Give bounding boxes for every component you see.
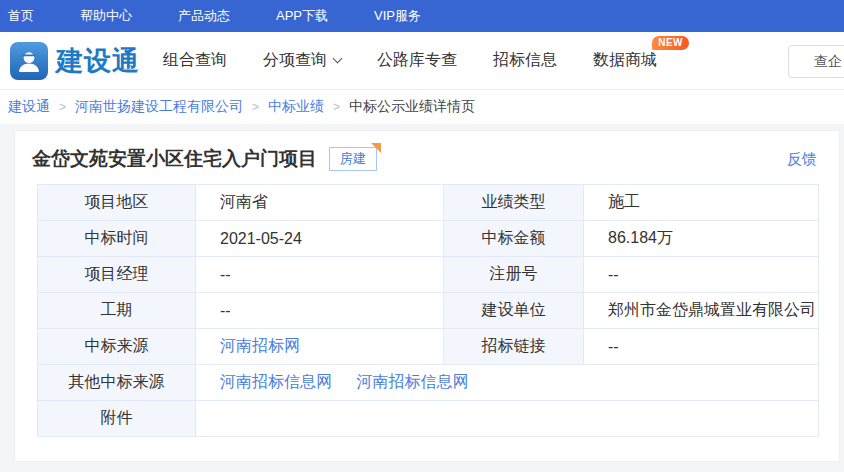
nav-data-mall-label: 数据商城: [593, 50, 657, 71]
other-source-link[interactable]: 河南招标信息网: [220, 373, 332, 390]
nav-bidding-info-label: 招标信息: [493, 50, 557, 71]
breadcrumb-separator: >: [252, 100, 259, 114]
top-utility-bar: 首页 帮助中心 产品动态 APP下载 VIP服务: [0, 0, 844, 32]
page-background: 金岱文苑安置小区住宅入户门项目 房建 反馈 项目地区 河南省 业绩类型 施工 中…: [0, 124, 844, 472]
breadcrumb: 建设通 > 河南世扬建设工程有限公司 > 中标业绩 > 中标公示业绩详情页: [0, 90, 844, 124]
field-label-attachment: 附件: [38, 401, 196, 437]
field-value-win-date: 2021-05-24: [196, 221, 444, 257]
category-tag: 房建: [329, 147, 377, 171]
table-row: 工期 -- 建设单位 郑州市金岱鼎城置业有限公司: [38, 293, 819, 329]
new-badge: NEW: [652, 36, 689, 50]
nav-highway-library[interactable]: 公路库专查: [377, 50, 457, 71]
project-info-table: 项目地区 河南省 业绩类型 施工 中标时间 2021-05-24 中标金额 86…: [37, 184, 819, 437]
breadcrumb-separator: >: [59, 100, 66, 114]
tag-corner-fold-icon: [371, 143, 381, 153]
breadcrumb-separator: >: [333, 100, 340, 114]
table-row: 其他中标来源 河南招标信息网 河南招标信息网: [38, 365, 819, 401]
feedback-link[interactable]: 反馈: [787, 150, 817, 169]
table-row: 中标来源 河南招标网 招标链接 --: [38, 329, 819, 365]
breadcrumb-current-page: 中标公示业绩详情页: [349, 98, 475, 116]
nav-highway-library-label: 公路库专查: [377, 50, 457, 71]
field-label-registration-no: 注册号: [444, 257, 584, 293]
brand-logo[interactable]: 建设通: [10, 42, 140, 80]
field-value-other-sources: 河南招标信息网 河南招标信息网: [196, 365, 819, 401]
table-row: 中标时间 2021-05-24 中标金额 86.184万: [38, 221, 819, 257]
nav-bidding-info[interactable]: 招标信息: [493, 50, 557, 71]
main-header: 建设通 组合查询 分项查询 公路库专查 招标信息 数据商城 NEW 查企: [0, 32, 844, 90]
topbar-item-home[interactable]: 首页: [8, 7, 34, 25]
nav-combo-query-label: 组合查询: [163, 50, 227, 71]
field-value-win-amount: 86.184万: [584, 221, 819, 257]
builder-icon: [10, 42, 48, 80]
brand-name: 建设通: [56, 43, 140, 79]
field-label-bid-link: 招标链接: [444, 329, 584, 365]
field-value-bid-link: --: [584, 329, 819, 365]
field-value-region: 河南省: [196, 185, 444, 221]
breadcrumb-win-record[interactable]: 中标业绩: [268, 98, 324, 116]
chevron-down-icon: [333, 54, 343, 64]
topbar-item-help-center[interactable]: 帮助中心: [80, 7, 132, 25]
win-source-link[interactable]: 河南招标网: [220, 337, 300, 354]
table-row: 项目地区 河南省 业绩类型 施工: [38, 185, 819, 221]
category-tag-label: 房建: [340, 151, 366, 166]
breadcrumb-home[interactable]: 建设通: [8, 98, 50, 116]
field-label-record-type: 业绩类型: [444, 185, 584, 221]
field-label-win-amount: 中标金额: [444, 221, 584, 257]
field-value-duration: --: [196, 293, 444, 329]
field-label-other-sources: 其他中标来源: [38, 365, 196, 401]
detail-card: 金岱文苑安置小区住宅入户门项目 房建 反馈 项目地区 河南省 业绩类型 施工 中…: [14, 130, 840, 462]
field-value-attachment: [196, 401, 819, 437]
field-value-win-source: 河南招标网: [196, 329, 444, 365]
search-company-button-label: 查企: [814, 53, 842, 71]
field-label-project-manager: 项目经理: [38, 257, 196, 293]
detail-card-header: 金岱文苑安置小区住宅入户门项目 房建 反馈: [15, 131, 839, 184]
field-value-record-type: 施工: [584, 185, 819, 221]
breadcrumb-company[interactable]: 河南世扬建设工程有限公司: [75, 98, 243, 116]
other-source-link[interactable]: 河南招标信息网: [356, 373, 468, 390]
field-label-win-source: 中标来源: [38, 329, 196, 365]
nav-itemized-query[interactable]: 分项查询: [263, 50, 341, 71]
field-label-duration: 工期: [38, 293, 196, 329]
topbar-item-app-download[interactable]: APP下载: [276, 7, 328, 25]
field-value-project-manager: --: [196, 257, 444, 293]
field-label-region: 项目地区: [38, 185, 196, 221]
topbar-item-product-news[interactable]: 产品动态: [178, 7, 230, 25]
table-row: 项目经理 -- 注册号 --: [38, 257, 819, 293]
search-company-button[interactable]: 查企: [788, 45, 844, 78]
table-row: 附件: [38, 401, 819, 437]
field-label-win-date: 中标时间: [38, 221, 196, 257]
project-title: 金岱文苑安置小区住宅入户门项目: [32, 146, 317, 172]
field-value-registration-no: --: [584, 257, 819, 293]
main-nav: 组合查询 分项查询 公路库专查 招标信息 数据商城 NEW: [163, 50, 657, 71]
field-value-owner-unit: 郑州市金岱鼎城置业有限公司: [584, 293, 819, 329]
nav-data-mall[interactable]: 数据商城 NEW: [593, 50, 657, 71]
topbar-item-vip-service[interactable]: VIP服务: [374, 7, 421, 25]
field-label-owner-unit: 建设单位: [444, 293, 584, 329]
nav-combo-query[interactable]: 组合查询: [163, 50, 227, 71]
nav-itemized-query-label: 分项查询: [263, 50, 327, 71]
